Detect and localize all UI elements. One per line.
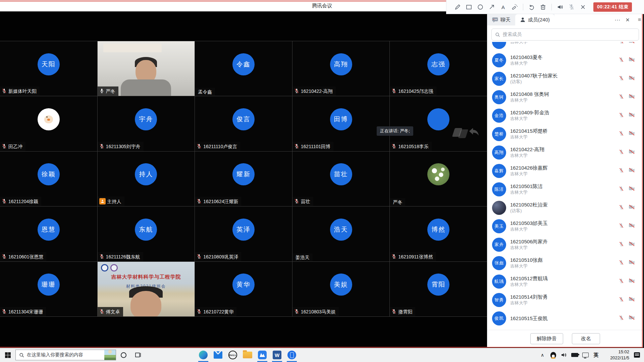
- video-tile[interactable]: 苗壮 苗壮: [292, 152, 390, 206]
- member-row[interactable]: 高翔 16210422-高翔 吉林大学: [487, 143, 643, 162]
- video-tile[interactable]: 持人 主持人: [98, 152, 195, 206]
- mic-muted-icon[interactable]: [566, 2, 577, 12]
- ellipse-icon[interactable]: [475, 2, 486, 12]
- member-row[interactable]: 16210502杜治萱 (访客): [487, 198, 643, 217]
- arrow-icon[interactable]: [486, 2, 497, 12]
- input-language[interactable]: 英: [591, 348, 601, 362]
- member-camera-muted-icon[interactable]: [629, 149, 635, 156]
- member-camera-muted-icon[interactable]: [629, 75, 635, 82]
- member-camera-muted-icon[interactable]: [629, 57, 635, 63]
- member-row[interactable]: 陈洁 16210501陈洁 吉林大学: [487, 180, 643, 198]
- tencent-meeting-icon[interactable]: [255, 348, 270, 362]
- member-camera-muted-icon[interactable]: [629, 112, 635, 119]
- close-icon[interactable]: [577, 2, 589, 12]
- trash-icon[interactable]: [537, 2, 549, 12]
- member-mic-muted-icon[interactable]: [619, 297, 624, 303]
- video-tile[interactable]: 宇舟 16211305刘宇舟: [98, 96, 195, 151]
- video-tile[interactable]: 博然 16210911张博然: [390, 206, 487, 261]
- member-camera-muted-icon[interactable]: [629, 131, 635, 137]
- member-mic-muted-icon[interactable]: [619, 186, 624, 193]
- taskbar-clock[interactable]: 15:02 2022/11/5: [602, 349, 631, 361]
- video-tile[interactable]: 志强 16210425邝志强: [390, 41, 487, 96]
- speaker-icon[interactable]: [554, 2, 566, 12]
- member-camera-muted-icon[interactable]: [629, 186, 635, 192]
- video-tile[interactable]: 严冬: [98, 41, 195, 96]
- rectangle-icon[interactable]: [463, 2, 475, 12]
- member-mic-muted-icon[interactable]: [619, 260, 624, 266]
- video-tile[interactable]: 英泽 16210809巩英泽: [195, 206, 292, 261]
- member-mic-muted-icon[interactable]: [619, 75, 624, 82]
- search-highlight-image[interactable]: [104, 350, 116, 360]
- member-camera-muted-icon[interactable]: [629, 260, 635, 266]
- video-tile[interactable]: 珊珊 16211304宋珊珊: [0, 262, 97, 316]
- member-camera-muted-icon[interactable]: [629, 315, 635, 321]
- rename-button[interactable]: 改名: [572, 333, 600, 344]
- video-tile[interactable]: 徐颖 16211204徐颖: [0, 152, 97, 206]
- unmute-button[interactable]: 解除静音: [530, 333, 563, 344]
- video-tile[interactable]: 令鑫 孟令鑫: [195, 41, 292, 96]
- cortana-icon[interactable]: [116, 348, 131, 362]
- video-tile[interactable]: 田博 16211101田博: [292, 96, 390, 151]
- undo-icon[interactable]: [526, 2, 537, 12]
- member-mic-muted-icon[interactable]: [619, 315, 624, 322]
- member-camera-muted-icon[interactable]: [629, 204, 635, 211]
- member-mic-muted-icon[interactable]: [619, 278, 624, 285]
- video-tile[interactable]: 恩慧 16210601张恩慧: [0, 206, 97, 261]
- member-camera-muted-icon[interactable]: [629, 223, 635, 229]
- video-tile[interactable]: 高翔 16210422-高翔: [292, 41, 390, 96]
- member-mic-muted-icon[interactable]: [619, 42, 624, 45]
- member-row[interactable]: 奥轲 16210408 张奥轲 吉林大学: [487, 88, 643, 106]
- taskbar-search-input[interactable]: 在这里输入你要搜索的内容: [15, 350, 116, 360]
- video-tile[interactable]: 美娱 16210803马美娱: [292, 262, 390, 316]
- text-icon[interactable]: A: [497, 2, 509, 12]
- member-mic-muted-icon[interactable]: [619, 204, 624, 211]
- member-camera-muted-icon[interactable]: [629, 42, 635, 45]
- member-mic-muted-icon[interactable]: [619, 94, 624, 101]
- hidden-icons-chevron[interactable]: ∧: [537, 348, 547, 362]
- video-tile[interactable]: 16210518李乐: [390, 96, 487, 151]
- member-row[interactable]: 夏冬 16210403夏冬 吉林大学: [487, 51, 643, 69]
- action-center-icon[interactable]: [632, 348, 642, 362]
- member-mic-muted-icon[interactable]: [619, 168, 624, 174]
- panel-menu-icon[interactable]: ≡: [638, 17, 641, 23]
- word-icon[interactable]: W: [270, 348, 284, 362]
- your-phone-icon[interactable]: [284, 348, 299, 362]
- member-row[interactable]: 张彪 16210510张彪 吉林大学: [487, 254, 643, 272]
- member-camera-muted-icon[interactable]: [629, 94, 635, 100]
- volume-icon[interactable]: [559, 348, 569, 362]
- tab-members[interactable]: 成员(240): [515, 14, 554, 25]
- mail-icon[interactable]: [211, 348, 225, 362]
- task-view-icon[interactable]: [131, 348, 146, 362]
- member-mic-muted-icon[interactable]: [619, 241, 624, 248]
- video-tile[interactable]: 浩天 姜浩天: [292, 206, 390, 261]
- member-mic-muted-icon[interactable]: [619, 223, 624, 230]
- video-tile[interactable]: 吉林大学材料科学与工程学院材料类2021级班会 傅文卓: [98, 262, 195, 316]
- member-mic-muted-icon[interactable]: [619, 131, 624, 137]
- file-explorer-icon[interactable]: [240, 348, 255, 362]
- member-row[interactable]: 吉林大学: [487, 42, 643, 51]
- video-tile[interactable]: 霄阳 撒霄阳: [390, 262, 487, 316]
- member-mic-muted-icon[interactable]: [619, 149, 624, 156]
- member-row[interactable]: 家长 16210407耿子怡家长 (访客): [487, 69, 643, 88]
- member-row[interactable]: 美玉 16210503邰美玉 吉林大学: [487, 217, 643, 235]
- qq-icon[interactable]: [548, 348, 558, 362]
- panel-close-icon[interactable]: ×: [626, 16, 630, 23]
- member-camera-muted-icon[interactable]: [629, 168, 635, 174]
- video-tile[interactable]: 严冬: [390, 152, 487, 206]
- panel-more-icon[interactable]: ···: [614, 17, 620, 23]
- member-camera-muted-icon[interactable]: [629, 241, 635, 248]
- member-row[interactable]: 嘉辉 16210426徐嘉辉 吉林大学: [487, 162, 643, 180]
- member-mic-muted-icon[interactable]: [619, 112, 624, 119]
- video-tile[interactable]: 俊言 16211110卢俊言: [195, 96, 292, 151]
- dell-icon[interactable]: DeLL: [225, 348, 240, 362]
- member-camera-muted-icon[interactable]: [629, 297, 635, 303]
- member-row[interactable]: 航瑀 16210512曹航瑀 吉林大学: [487, 272, 643, 291]
- video-tile[interactable]: 东航 16211126魏东航: [98, 206, 195, 261]
- pen-icon[interactable]: [452, 2, 463, 12]
- member-row[interactable]: 楚桥 16210415邓楚桥 吉林大学: [487, 125, 643, 143]
- video-tile[interactable]: 黄华 16210722黄华: [195, 262, 292, 316]
- member-row[interactable]: 俊凯 16210515王俊凯: [487, 309, 643, 327]
- member-row[interactable]: 家卉 16210506尚家卉 吉林大学: [487, 235, 643, 254]
- start-icon[interactable]: [0, 348, 15, 362]
- video-tile[interactable]: 田乙冲: [0, 96, 97, 151]
